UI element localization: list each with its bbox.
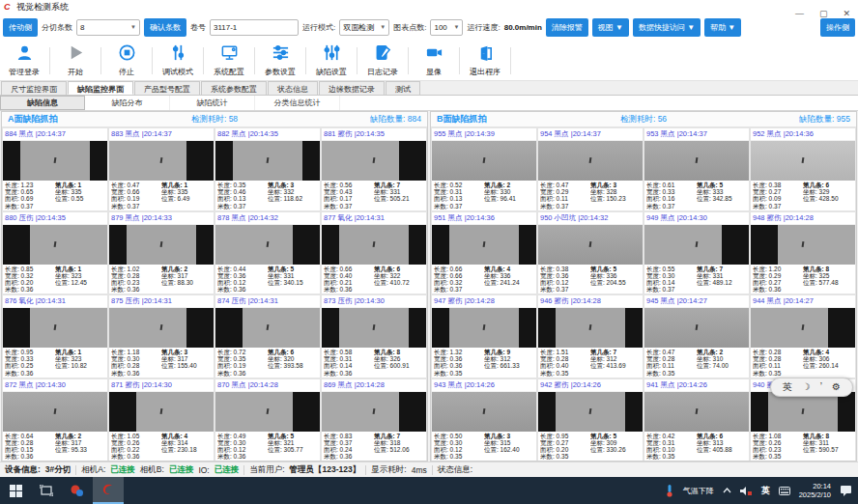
defect-thumbnail[interactable] [432,141,536,181]
tab-main-6[interactable]: 测试 [386,81,420,95]
defect-cell[interactable]: 951 黑点 |20:14:36 长度: 0.66宽度: 0.66面积: 0.3… [431,211,537,295]
defect-thumbnail[interactable] [751,141,855,181]
defect-cell[interactable]: 883 黑点 |20:14:37 长度: 0.47宽度: 0.66面积: 0.1… [108,127,214,211]
defect-cell[interactable]: 941 黑点 |20:14:26 长度: 0.42宽度: 0.31面积: 0.1… [644,378,750,462]
ime-settings-gear-icon[interactable]: ⚙ [832,378,841,396]
tab-main-4[interactable]: 状态信息 [268,81,318,95]
defect-cell[interactable]: 953 黑点 |20:14:37 长度: 0.61宽度: 0.33面积: 0.1… [644,127,750,211]
operation-side-button[interactable]: 操作侧 [820,18,855,37]
defect-cell[interactable]: 875 压伤 |20:14:31 长度: 1.18宽度: 0.30面积: 0.2… [108,294,214,378]
defect-thumbnail[interactable] [644,141,749,181]
defect-thumbnail[interactable] [3,225,107,265]
defect-cell[interactable]: 943 黑点 |20:14:26 长度: 0.50宽度: 0.30面积: 0.1… [431,378,537,462]
defect-cell[interactable]: 871 擦伤 |20:14:30 长度: 1.05宽度: 0.26面积: 0.2… [108,378,214,462]
defect-thumbnail[interactable] [538,225,643,265]
ime-punct-toggle[interactable]: ’ [820,378,822,396]
defect-thumbnail[interactable] [322,392,426,432]
defect-thumbnail[interactable] [215,225,320,265]
defect-cell[interactable]: 954 黑点 |20:14:37 长度: 0.47宽度: 0.29面积: 0.1… [537,127,644,211]
defect-thumbnail[interactable] [215,392,320,432]
tray-expand-icon[interactable] [723,488,731,493]
weather-text[interactable]: 气温下降 [683,486,714,496]
defect-thumbnail[interactable] [432,225,536,265]
confirm-strips-button[interactable]: 确认条数 [144,18,186,37]
defect-cell[interactable]: 877 氧化 |20:14:31 长度: 0.66宽度: 0.40面积: 0.2… [321,211,427,295]
tab-sub-0[interactable]: 缺陷信息 [0,96,85,110]
defect-cell[interactable]: 946 擦伤 |20:14:28 长度: 1.51宽度: 0.28面积: 0.4… [537,294,644,378]
drive-side-button[interactable]: 传动侧 [3,18,38,37]
notification-icon[interactable] [840,485,852,496]
defect-cell[interactable]: 882 黑点 |20:14:35 长度: 0.35宽度: 0.46面积: 0.1… [214,127,321,211]
defect-thumbnail[interactable] [3,308,107,348]
defect-thumbnail[interactable] [538,141,643,181]
tab-sub-1[interactable]: 缺陷分布 [85,96,170,110]
maximize-icon[interactable]: ▢ [819,9,828,18]
action-button-7[interactable]: 日志记录 [360,43,405,77]
minimize-icon[interactable]: — [795,9,804,18]
clear-alarm-button[interactable]: 清除报警 [546,18,588,37]
touch-keyboard-icon[interactable] [779,487,790,495]
defect-thumbnail[interactable] [109,225,214,265]
action-button-3[interactable]: 调试模式 [156,43,200,77]
defect-cell[interactable]: 870 黑点 |20:14:28 长度: 0.49宽度: 0.30面积: 0.1… [214,378,321,462]
ime-moon-icon[interactable]: ☽ [802,378,811,396]
windows-start-icon[interactable] [0,477,31,504]
defect-thumbnail[interactable] [109,392,214,432]
defect-cell[interactable]: 878 黑点 |20:14:32 长度: 0.44宽度: 0.36面积: 0.1… [214,211,321,295]
defect-thumbnail[interactable] [644,308,749,348]
roll-number-input[interactable] [210,19,299,36]
ime-language-indicator[interactable]: 英 [761,485,770,497]
active-app-icon[interactable] [93,477,124,504]
defect-thumbnail[interactable] [109,141,214,181]
defect-cell[interactable]: 948 擦伤 |20:14:28 长度: 1.20宽度: 0.29面积: 0.2… [750,211,856,295]
run-mode-select[interactable]: 双面检测▼ [339,19,389,36]
action-button-1[interactable]: 开始 [53,43,98,77]
tab-main-0[interactable]: 尺寸监控界面 [1,81,67,95]
defect-cell[interactable]: 950 小凹坑 |20:14:32 长度: 0.38宽度: 0.36面积: 0.… [537,211,644,295]
defect-cell[interactable]: 873 压伤 |20:14:30 长度: 0.58宽度: 0.31面积: 0.1… [321,294,427,378]
quick-access-menu-button[interactable]: 数据快捷访问 ▼ [633,18,701,37]
defect-cell[interactable]: 947 擦伤 |20:14:28 长度: 1.32宽度: 0.36面积: 0.3… [431,294,537,378]
defect-cell[interactable]: 876 氧化 |20:14:31 长度: 0.95宽度: 0.33面积: 0.2… [2,294,108,378]
defect-thumbnail[interactable] [109,308,214,348]
defect-cell[interactable]: 879 黑点 |20:14:33 长度: 1.02宽度: 0.28面积: 0.2… [108,211,214,295]
defect-thumbnail[interactable] [432,392,536,432]
defect-thumbnail[interactable] [644,392,749,432]
action-button-5[interactable]: 参数设置 [258,43,302,77]
defect-thumbnail[interactable] [538,392,643,432]
chart-points-select[interactable]: 100▼ [430,19,463,36]
defect-cell[interactable]: 872 黑点 |20:14:30 长度: 0.64宽度: 0.28面积: 0.1… [2,378,108,462]
defect-thumbnail[interactable] [322,308,426,348]
action-button-6[interactable]: 缺陷设置 [309,43,354,77]
defect-cell[interactable]: 952 黑点 |20:14:36 长度: 0.38宽度: 0.27面积: 0.0… [750,127,856,211]
defect-thumbnail[interactable] [751,225,855,265]
defect-thumbnail[interactable] [215,141,320,181]
strip-count-select[interactable]: 8▼ [76,19,140,36]
defect-thumbnail[interactable] [215,308,320,348]
close-icon[interactable]: ✕ [843,9,850,18]
defect-thumbnail[interactable] [751,308,855,348]
taskbar-clock[interactable]: 20:14 2025/2/10 [799,482,831,499]
defect-cell[interactable]: 874 压伤 |20:14:31 长度: 0.72宽度: 0.35面积: 0.1… [214,294,321,378]
defect-cell[interactable]: 881 擦伤 |20:14:35 长度: 0.56宽度: 0.43面积: 0.1… [321,127,427,211]
defect-cell[interactable]: 942 擦伤 |20:14:26 长度: 0.95宽度: 0.27面积: 0.2… [537,378,644,462]
help-menu-button[interactable]: 帮助 ▼ [704,18,741,37]
action-button-9[interactable]: 退出程序 [463,43,507,77]
pinned-app-icon[interactable] [62,477,93,504]
defect-thumbnail[interactable] [322,225,426,265]
defect-cell[interactable]: 869 黑点 |20:14:28 长度: 0.83宽度: 0.37面积: 0.2… [321,378,427,462]
defect-cell[interactable]: 884 黑点 |20:14:37 长度: 1.23宽度: 0.65面积: 0.6… [2,127,108,211]
defect-cell[interactable]: 944 黑点 |20:14:27 长度: 0.28宽度: 0.28面积: 0.1… [750,294,856,378]
tab-main-5[interactable]: 边缘数据记录 [319,81,385,95]
thermometer-icon[interactable] [665,484,674,497]
defect-cell[interactable]: 955 黑点 |20:14:39 长度: 0.52宽度: 0.31面积: 0.1… [431,127,537,211]
tab-main-2[interactable]: 产品型号配置 [134,81,200,95]
defect-cell[interactable]: 949 黑点 |20:14:30 长度: 0.55宽度: 0.30面积: 0.1… [644,211,750,295]
tab-main-1[interactable]: 缺陷监控界面 [68,81,133,95]
action-button-0[interactable]: 管理登录 [2,43,46,77]
defect-thumbnail[interactable] [3,392,107,432]
defect-thumbnail[interactable] [3,141,107,181]
speaker-muted-icon[interactable] [740,486,753,496]
defect-cell[interactable]: 945 黑点 |20:14:27 长度: 0.47宽度: 0.28面积: 0.1… [644,294,750,378]
action-button-2[interactable]: 停止 [104,43,149,77]
